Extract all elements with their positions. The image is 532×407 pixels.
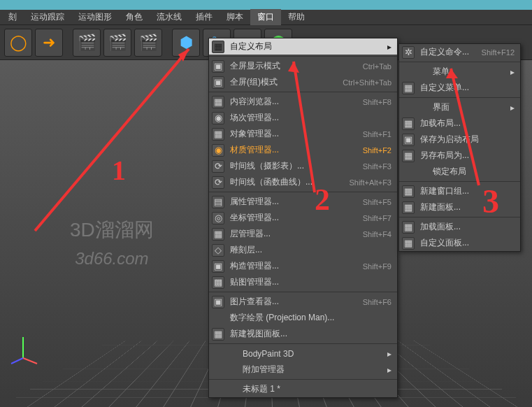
menuitem-贴图管理器[interactable]: ▩贴图管理器... — [209, 274, 397, 290]
menu-icon: ▦ — [402, 237, 415, 250]
menuitem-内容浏览器[interactable]: ▦内容浏览器...Shift+F8 — [209, 94, 397, 110]
menu-shortcut: Shift+F6 — [363, 298, 391, 306]
menuitem-加载面板[interactable]: ▦加载面板... — [399, 219, 520, 235]
menu-label: 界面 — [433, 101, 508, 113]
separator — [399, 181, 520, 182]
menu-脚本[interactable]: 脚本 — [220, 9, 250, 25]
menuitem-自定义布局[interactable]: ▦自定义布局▸ — [209, 38, 397, 55]
menu-label: 全屏(组)模式 — [230, 76, 343, 88]
menuitem-图片查看器[interactable]: ▣图片查看器...Shift+F6 — [209, 294, 397, 310]
tool-clapper3[interactable]: 🎬 — [134, 29, 162, 57]
menu-运动跟踪[interactable]: 运动跟踪 — [24, 9, 71, 25]
menu-插件[interactable]: 插件 — [189, 9, 220, 25]
menu-label: 新建窗口组... — [420, 185, 515, 197]
menu-label: 自定义面板... — [420, 237, 515, 249]
menu-shortcut: Ctrl+Shift+Tab — [343, 78, 391, 87]
menu-icon: ▣ — [212, 296, 224, 308]
menu-icon: ▦ — [212, 41, 224, 53]
menuitem-全屏显示模式[interactable]: ▣全屏显示模式Ctrl+Tab — [209, 58, 397, 74]
menuitem-坐标管理器[interactable]: ◎坐标管理器...Shift+F7 — [209, 210, 397, 226]
menu-icon — [415, 101, 427, 114]
menuitem-属性管理器[interactable]: ▤属性管理器...Shift+F5 — [209, 194, 397, 210]
menu-shortcut: Shift+F12 — [482, 48, 515, 57]
tool-clapper2[interactable]: 🎬 — [103, 29, 131, 57]
menu-窗口[interactable]: 窗口 — [250, 9, 281, 25]
menuitem-自定义命令[interactable]: ✲自定义命令...Shift+F12 — [399, 44, 520, 60]
menuitem-新建视图面板[interactable]: ▦新建视图面板... — [209, 326, 397, 342]
menu-运动图形[interactable]: 运动图形 — [71, 9, 119, 25]
separator — [399, 217, 520, 217]
menuitem-场次管理器[interactable]: ◉场次管理器... — [209, 110, 397, 126]
menu-icon: ▦ — [402, 221, 415, 234]
menu-shortcut: Ctrl+Tab — [363, 62, 391, 71]
menuitem-对象管理器[interactable]: ▦对象管理器...Shift+F1 — [209, 126, 397, 142]
menuitem-另存布局为[interactable]: ▦另存布局为... — [399, 148, 520, 164]
menuitem-未标题1*[interactable]: 未标题 1 * — [209, 381, 397, 397]
menu-label: 全屏显示模式 — [230, 60, 363, 72]
menu-流水线[interactable]: 流水线 — [150, 9, 189, 25]
menu-label: 锁定布局 — [433, 166, 515, 178]
tool-clapper1[interactable]: 🎬 — [73, 29, 101, 57]
menuitem-加载布局[interactable]: ▦加载布局... — [399, 115, 520, 131]
menu-icon — [224, 348, 237, 360]
menuitem-菜单[interactable]: 菜单▸ — [399, 64, 520, 80]
tool-cube[interactable]: ⬢ — [172, 29, 200, 57]
submenu-arrow-icon: ▸ — [384, 365, 391, 375]
menu-label: 加载布局... — [420, 117, 515, 129]
custom-layout-submenu: ✲自定义命令...Shift+F12菜单▸▦自定义菜单...界面▸▦加载布局..… — [398, 43, 521, 252]
tool-circle[interactable]: ◯ — [4, 29, 32, 57]
menuitem-材质管理器[interactable]: ◉材质管理器...Shift+F2 — [209, 142, 397, 158]
menu-icon: ▣ — [402, 134, 415, 146]
menu-label: 贴图管理器... — [230, 276, 391, 288]
menu-shortcut: Shift+F3 — [363, 162, 391, 171]
menu-帮助[interactable]: 帮助 — [281, 9, 312, 25]
menu-shortcut: Shift+F4 — [363, 230, 391, 238]
separator — [209, 56, 397, 57]
menu-label: 菜单 — [433, 66, 508, 78]
menuitem-新建面板[interactable]: ▦新建面板... — [399, 199, 520, 215]
menuitem-自定义面板[interactable]: ▦自定义面板... — [399, 235, 520, 251]
menuitem-层管理器[interactable]: ▦层管理器...Shift+F4 — [209, 226, 397, 242]
menuitem-保存为启动布局[interactable]: ▣保存为启动布局 — [399, 131, 520, 148]
menu-icon: ▣ — [212, 60, 224, 73]
menu-label: 时间线（函数曲线）... — [230, 176, 349, 188]
menu-label: 对象管理器... — [230, 128, 363, 140]
menu-shortcut: Shift+F9 — [363, 262, 391, 271]
titlebar — [0, 0, 532, 10]
submenu-arrow-icon: ▸ — [384, 349, 391, 359]
menu-刻[interactable]: 刻 — [1, 9, 24, 25]
menu-icon: ▣ — [212, 76, 224, 89]
menuitem-BodyPaint3D[interactable]: BodyPaint 3D▸ — [209, 345, 397, 362]
menu-shortcut: Shift+F5 — [363, 198, 391, 206]
menuitem-数字绘景ProjectionMan[interactable]: 数字绘景 (Projection Man)... — [209, 310, 397, 326]
menuitem-自定义菜单[interactable]: ▦自定义菜单... — [399, 80, 520, 96]
menuitem-锁定布局[interactable]: 锁定布局 — [399, 164, 520, 180]
menu-shortcut: Shift+F7 — [363, 214, 391, 222]
menuitem-界面[interactable]: 界面▸ — [399, 99, 520, 115]
tool-arrow[interactable]: ➜ — [35, 29, 63, 57]
menu-icon: ▦ — [212, 228, 224, 241]
menuitem-构造管理器[interactable]: ▣构造管理器...Shift+F9 — [209, 258, 397, 274]
watermark-line2: 3d66.com — [70, 249, 154, 269]
menuitem-新建窗口组[interactable]: ▦新建窗口组... — [399, 183, 520, 199]
menu-角色[interactable]: 角色 — [119, 9, 150, 25]
menu-icon: ⟳ — [212, 176, 224, 189]
menu-icon: ▦ — [212, 128, 224, 141]
menuitem-雕刻层[interactable]: ◇雕刻层... — [209, 242, 397, 258]
menu-label: 雕刻层... — [230, 244, 391, 256]
menu-label: 自定义布局 — [230, 41, 384, 52]
menu-label: 新建面板... — [420, 201, 515, 213]
menu-icon — [415, 166, 427, 178]
menuitem-附加管理器[interactable]: 附加管理器▸ — [209, 362, 397, 378]
separator — [209, 379, 397, 380]
menu-icon: ▦ — [402, 150, 415, 162]
svg-line-2 — [11, 358, 23, 364]
menuitem-时间线摄影表[interactable]: ⟳时间线（摄影表）...Shift+F3 — [209, 158, 397, 174]
menuitem-全屏组模式[interactable]: ▣全屏(组)模式Ctrl+Shift+Tab — [209, 74, 397, 90]
menu-icon: ▤ — [212, 196, 224, 208]
menuitem-时间线函数曲线[interactable]: ⟳时间线（函数曲线）...Shift+Alt+F3 — [209, 174, 397, 190]
svg-line-1 — [23, 358, 37, 364]
menu-label: 材质管理器... — [230, 144, 363, 156]
menu-label: 附加管理器 — [243, 364, 384, 376]
menu-label: 自定义命令... — [420, 46, 482, 58]
